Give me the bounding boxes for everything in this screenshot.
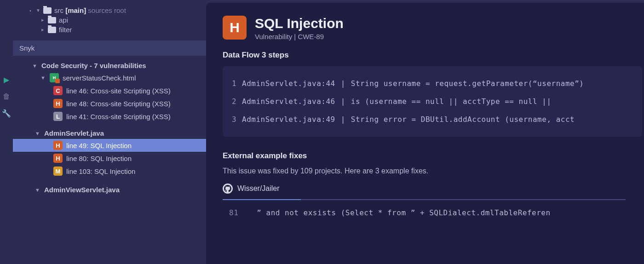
step-number: 3 (232, 115, 236, 124)
code-line: ” and not exsists (Select * from ” + SQL… (257, 208, 550, 217)
external-fixes-header: External example fixes (223, 151, 644, 161)
chevron-down-icon: ▼ (35, 131, 40, 136)
code-diff: 81” and not exsists (Select * from ” + S… (223, 200, 644, 217)
folder-label: src [main] sources root (54, 6, 126, 14)
external-fixes-description: This issue was fixed by 109 projects. He… (223, 167, 644, 175)
tree-folder-src[interactable]: • ▼ src [main] sources root (29, 6, 202, 15)
flow-step[interactable]: 2 AdminServlet.java:46 | is (username ==… (232, 92, 633, 110)
step-location: AdminServlet.java:46 (242, 97, 335, 106)
severity-badge-low: L (53, 112, 63, 121)
wrench-icon[interactable]: 🔧 (2, 109, 11, 118)
chevron-down-icon: ▼ (32, 63, 38, 69)
severity-badge-medium: M (53, 166, 63, 176)
tree-file-adminservlet[interactable]: ▼ AdminServlet.java (13, 127, 206, 139)
vuln-label: line 80: SQL Injection (66, 155, 132, 162)
tree-file-adminviewservlet[interactable]: ▼ AdminViewServlet.java (13, 184, 206, 195)
vuln-item-selected[interactable]: H line 49: SQL Injection (13, 139, 206, 152)
bullet-icon: • (29, 8, 33, 13)
flow-step[interactable]: 1 AdminServlet.java:44 | String username… (232, 75, 633, 92)
step-location: AdminServlet.java:44 (242, 79, 335, 88)
step-location: AdminServlet.java:49 (242, 115, 335, 124)
vuln-label: line 41: Cross-site Scripting (XSS) (66, 113, 171, 121)
severity-badge-large: H (223, 16, 247, 40)
fix-source-label: Wisser/Jailer (237, 184, 280, 193)
vulnerability-tree: ▼ Code Security - 7 vulnerabilities ▼ H … (13, 56, 206, 195)
tree-folder-filter[interactable]: ▸ filter (41, 25, 202, 34)
folder-icon (48, 17, 56, 23)
section-label: Code Security - 7 vulnerabilities (41, 62, 146, 69)
file-tree: • ▼ src [main] sources root ▸ api ▸ filt… (13, 0, 206, 36)
chevron-down-icon: ▼ (40, 75, 46, 80)
step-code: is (username == null || acctType == null… (351, 97, 552, 106)
vuln-label: line 46: Cross-site Scripting (XSS) (66, 87, 171, 95)
pipe-separator: | (341, 97, 345, 106)
step-code: String username = request.getParameter(“… (351, 79, 584, 88)
fix-source-tab[interactable]: Wisser/Jailer (223, 184, 626, 200)
step-number: 2 (232, 97, 236, 106)
vuln-item[interactable]: L line 41: Cross-site Scripting (XSS) (13, 110, 206, 123)
step-code: String error = DBUtil.addAccount (userna… (351, 115, 575, 124)
file-label: AdminViewServlet.java (44, 186, 120, 194)
tree-section-code-security[interactable]: ▼ Code Security - 7 vulnerabilities (13, 60, 206, 71)
vuln-item[interactable]: M line 103: SQL Injection (13, 165, 206, 178)
vuln-item[interactable]: C line 46: Cross-site Scripting (XSS) (13, 84, 206, 97)
vuln-item[interactable]: H line 80: SQL Injection (13, 152, 206, 165)
chevron-down-icon: ▼ (36, 8, 40, 13)
data-flow-header: Data Flow 3 steps (223, 51, 644, 60)
chevron-down-icon: ▼ (35, 187, 40, 193)
severity-badge-high: H (53, 99, 63, 108)
line-number: 81 (229, 208, 238, 217)
flow-step[interactable]: 3 AdminServlet.java:49 | String error = … (232, 110, 633, 128)
folder-label: api (59, 16, 68, 24)
folder-label: filter (59, 26, 72, 34)
trash-icon[interactable]: 🗑 (3, 92, 10, 101)
vulnerability-title: SQL Injection (255, 16, 344, 31)
vulnerability-subtitle: Vulnerability | CWE-89 (255, 33, 344, 40)
severity-badge-high: H (53, 154, 63, 163)
tree-file-serverstatus[interactable]: ▼ H serverStatusCheck.html (13, 71, 206, 84)
run-icon[interactable]: ▶ (4, 75, 9, 84)
chevron-right-icon: ▸ (41, 27, 45, 33)
severity-badge-critical: C (53, 86, 63, 95)
github-icon (223, 184, 233, 194)
chevron-right-icon: ▸ (41, 17, 45, 23)
tree-folder-api[interactable]: ▸ api (41, 15, 202, 25)
panel-title: Snyk (13, 40, 206, 56)
folder-icon (43, 7, 52, 14)
vuln-item[interactable]: H line 48: Cross-site Scripting (XSS) (13, 97, 206, 110)
vuln-label: line 49: SQL Injection (66, 142, 132, 149)
file-label: serverStatusCheck.html (63, 74, 136, 82)
severity-badge-high: H (53, 141, 63, 150)
sidebar: • ▼ src [main] sources root ▸ api ▸ filt… (13, 0, 206, 264)
data-flow-box: 1 AdminServlet.java:44 | String username… (223, 66, 642, 137)
html-file-icon: H (50, 73, 59, 82)
detail-panel: H SQL Injection Vulnerability | CWE-89 D… (206, 3, 644, 264)
vuln-label: line 48: Cross-site Scripting (XSS) (66, 100, 171, 108)
step-number: 1 (232, 79, 236, 88)
pipe-separator: | (341, 115, 345, 124)
vuln-label: line 103: SQL Injection (66, 167, 135, 175)
pipe-separator: | (341, 79, 345, 88)
folder-icon (48, 27, 56, 33)
file-label: AdminServlet.java (44, 129, 104, 137)
